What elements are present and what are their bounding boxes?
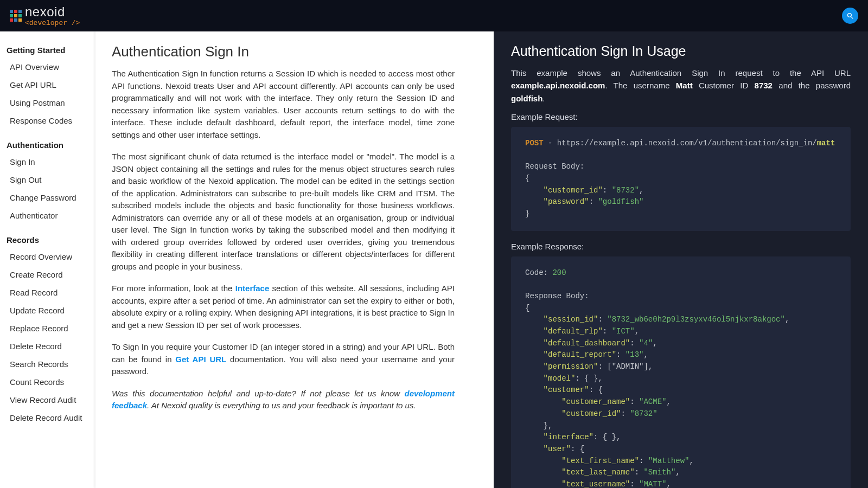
doc-paragraph: For more information, look at the Interf… <box>112 282 455 331</box>
doc-paragraph: The most significant chunk of data retur… <box>112 151 455 273</box>
nav-group-title: Records <box>4 232 95 248</box>
nav-item[interactable]: Sign Out <box>4 171 95 189</box>
request-code: POST - https://example.api.nexoid.com/v1… <box>511 127 851 231</box>
nav-item[interactable]: Change Password <box>4 189 95 207</box>
nav-item[interactable]: Replace Record <box>4 319 95 337</box>
brand-logo[interactable]: nexoid <developer /> <box>10 5 80 27</box>
doc-content: Authentication Sign In The Authenticatio… <box>95 31 494 488</box>
feedback-note: Was this documentation helpful and up-to… <box>112 388 455 412</box>
page-title: Authentication Sign In <box>112 43 455 60</box>
example-request-label: Example Request: <box>511 112 851 121</box>
usage-intro: This example shows an Authentication Sig… <box>511 67 851 105</box>
search-button[interactable] <box>842 8 858 24</box>
nav-item[interactable]: Record Overview <box>4 248 95 266</box>
interface-link[interactable]: Interface <box>235 284 270 293</box>
brand-name: nexoid <box>25 5 80 18</box>
logo-icon <box>10 10 22 22</box>
nav-item[interactable]: Delete Record Audit <box>4 409 95 427</box>
doc-paragraph: To Sign In you require your Customer ID … <box>112 341 455 378</box>
nav-item[interactable]: Count Records <box>4 373 95 391</box>
nav-group-title: Getting Started <box>4 42 95 58</box>
app-header: nexoid <developer /> <box>0 0 868 31</box>
search-icon <box>846 12 854 20</box>
nav-item[interactable]: View Record Audit <box>4 391 95 409</box>
nav-item[interactable]: Update Record <box>4 301 95 319</box>
usage-panel: Authentication Sign In Usage This exampl… <box>494 31 868 488</box>
brand-tagline: <developer /> <box>25 20 80 27</box>
nav-item[interactable]: Response Codes <box>4 112 95 130</box>
nav-item[interactable]: API Overview <box>4 58 95 76</box>
nav-item[interactable]: Get API URL <box>4 76 95 94</box>
response-code: Code: 200 Response Body: { "session_id":… <box>511 256 851 488</box>
nav-item[interactable]: Create Record <box>4 266 95 284</box>
nav-group-title: Authentication <box>4 137 95 153</box>
sidebar-nav: Getting StartedAPI OverviewGet API URLUs… <box>0 31 95 488</box>
nav-item[interactable]: Search Records <box>4 355 95 373</box>
get-api-url-link[interactable]: Get API URL <box>175 355 226 364</box>
nav-item[interactable]: Authenticator <box>4 207 95 224</box>
doc-paragraph: The Authentication Sign In function retu… <box>112 68 455 141</box>
nav-item[interactable]: Delete Record <box>4 337 95 355</box>
usage-title: Authentication Sign In Usage <box>511 43 851 59</box>
nav-item[interactable]: Read Record <box>4 284 95 301</box>
nav-item[interactable]: Using Postman <box>4 94 95 112</box>
nav-item[interactable]: Sign In <box>4 153 95 171</box>
example-response-label: Example Response: <box>511 242 851 251</box>
